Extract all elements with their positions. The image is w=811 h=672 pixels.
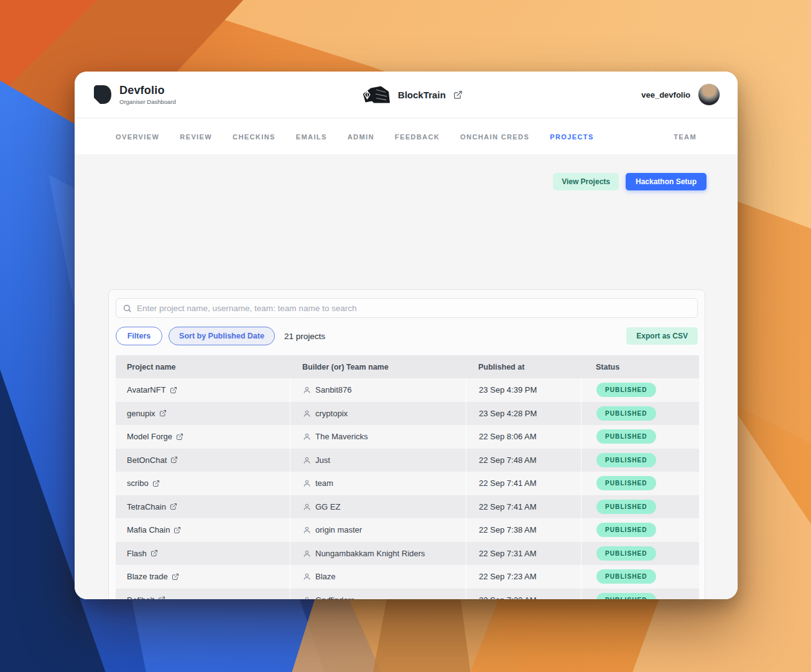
external-link-icon[interactable]	[158, 596, 165, 599]
table-row[interactable]: Mafia Chain origin master 22 Sep 7:38 AM…	[116, 518, 699, 542]
external-link-icon[interactable]	[176, 433, 183, 441]
username: vee_devfolio	[641, 90, 690, 100]
hackathon-setup-button[interactable]: Hackathon Setup	[626, 173, 707, 190]
builder-name: The Mavericks	[315, 432, 368, 441]
col-header-published: Published at	[466, 355, 581, 378]
status-badge: PUBLISHED	[596, 383, 656, 397]
published-at: 22 Sep 7:31 AM	[479, 549, 537, 558]
status-badge: PUBLISHED	[596, 523, 656, 537]
builder-name: origin master	[315, 525, 362, 534]
status-badge: PUBLISHED	[596, 569, 656, 584]
person-icon	[303, 456, 311, 464]
table-row[interactable]: TetraChain GG EZ 22 Sep 7:41 AM PUBLISHE…	[116, 495, 699, 519]
hackathon-external-link-icon[interactable]	[453, 90, 463, 100]
table-row[interactable]: genupix cryptopix 23 Sep 4:28 PM PUBLISH…	[116, 402, 699, 426]
projects-count: 21 projects	[284, 332, 325, 341]
published-at: 23 Sep 4:39 PM	[479, 385, 537, 394]
published-at: 23 Sep 4:28 PM	[479, 409, 537, 418]
project-name-link[interactable]: Flash	[127, 549, 147, 558]
external-link-icon[interactable]	[172, 573, 179, 581]
projects-panel: Filters Sort by Published Date 21 projec…	[108, 289, 705, 599]
builder-name: team	[315, 478, 333, 488]
person-icon	[303, 409, 311, 418]
export-csv-button[interactable]: Export as CSV	[626, 327, 698, 345]
devfolio-brand[interactable]: Devfolio Organiser Dashboard	[92, 84, 176, 105]
external-link-icon[interactable]	[159, 409, 167, 417]
devfolio-logo-icon	[92, 84, 113, 105]
table-row[interactable]: Blaze trade Blaze 22 Sep 7:23 AM PUBLISH…	[116, 565, 699, 589]
search-icon	[123, 304, 132, 313]
hackathon-header: BlockTrain	[362, 85, 463, 105]
person-icon	[303, 386, 311, 394]
table-row[interactable]: scribo team 22 Sep 7:41 AM PUBLISHED	[116, 472, 699, 495]
external-link-icon[interactable]	[152, 480, 160, 487]
published-at: 22 Sep 7:23 AM	[479, 572, 537, 581]
published-at: 22 Sep 8:06 AM	[479, 432, 537, 441]
person-icon	[303, 549, 311, 558]
user-menu[interactable]: vee_devfolio	[641, 83, 720, 106]
view-projects-button[interactable]: View Projects	[553, 173, 619, 190]
project-name-link[interactable]: Blaze trade	[127, 572, 168, 581]
person-icon	[303, 526, 311, 534]
published-at: 22 Sep 7:23 AM	[479, 595, 537, 599]
project-name-link[interactable]: genupix	[127, 409, 155, 418]
builder-name: Sanbit876	[315, 385, 352, 394]
brand-title: Devfolio	[119, 84, 176, 97]
hackathon-name: BlockTrain	[398, 90, 446, 100]
status-badge: PUBLISHED	[596, 406, 656, 421]
filters-button[interactable]: Filters	[116, 327, 162, 345]
content-area: View Projects Hackathon Setup Filters So…	[75, 154, 738, 599]
table-row[interactable]: BetOnChat Just 22 Sep 7:48 AM PUBLISHED	[116, 449, 699, 472]
external-link-icon[interactable]	[151, 549, 158, 557]
builder-name: Just	[315, 455, 330, 465]
col-header-status: Status	[581, 355, 699, 378]
published-at: 22 Sep 7:38 AM	[479, 525, 537, 534]
table-body: AvatarNFT Sanbit876 23 Sep 4:39 PM PUBLI…	[116, 378, 699, 599]
project-name-link[interactable]: Mafia Chain	[127, 525, 170, 534]
external-link-icon[interactable]	[170, 456, 178, 464]
table-row[interactable]: Defibolt Gryffindors 22 Sep 7:23 AM PUBL…	[116, 589, 699, 600]
project-name-link[interactable]: scribo	[127, 478, 149, 488]
status-badge: PUBLISHED	[596, 546, 656, 561]
tab-admin[interactable]: ADMIN	[348, 133, 374, 141]
tab-feedback[interactable]: FEEDBACK	[395, 133, 440, 141]
tab-team[interactable]: TEAM	[674, 133, 697, 141]
project-name-link[interactable]: Defibolt	[127, 595, 154, 599]
tab-review[interactable]: REVIEW	[180, 133, 212, 141]
tab-emails[interactable]: EMAILS	[296, 133, 327, 141]
external-link-icon[interactable]	[170, 386, 177, 394]
project-name-link[interactable]: AvatarNFT	[127, 385, 166, 394]
app-header: Devfolio Organiser Dashboard BlockTrain …	[75, 72, 738, 118]
col-header-builder: Builder (or) Team name	[290, 355, 466, 378]
status-badge: PUBLISHED	[596, 593, 656, 599]
person-icon	[303, 503, 311, 511]
nav-bar: OVERVIEW REVIEW CHECKINS EMAILS ADMIN FE…	[75, 119, 738, 154]
builder-name: Nungambakkam Knight Riders	[315, 549, 425, 558]
published-at: 22 Sep 7:48 AM	[479, 455, 537, 465]
table-row[interactable]: Model Forge The Mavericks 22 Sep 8:06 AM…	[116, 425, 699, 449]
project-name-link[interactable]: Model Forge	[127, 432, 172, 441]
status-badge: PUBLISHED	[596, 453, 656, 467]
search-bar[interactable]	[116, 298, 698, 318]
published-at: 22 Sep 7:41 AM	[479, 478, 537, 488]
tab-checkins[interactable]: CHECKINS	[233, 133, 276, 141]
projects-table: Project name Builder (or) Team name Publ…	[116, 355, 699, 599]
builder-name: Gryffindors	[315, 595, 355, 599]
tab-projects[interactable]: PROJECTS	[550, 133, 594, 141]
external-link-icon[interactable]	[170, 503, 177, 510]
avatar[interactable]	[698, 83, 720, 106]
hackathon-logo-icon	[362, 85, 391, 105]
search-input[interactable]	[137, 304, 691, 313]
filters-row: Filters Sort by Published Date 21 projec…	[116, 327, 698, 345]
builder-name: cryptopix	[315, 409, 348, 418]
person-icon	[303, 479, 311, 487]
tab-overview[interactable]: OVERVIEW	[116, 133, 159, 141]
project-name-link[interactable]: BetOnChat	[127, 455, 167, 465]
project-name-link[interactable]: TetraChain	[127, 502, 166, 511]
external-link-icon[interactable]	[174, 526, 181, 534]
table-row[interactable]: Flash Nungambakkam Knight Riders 22 Sep …	[116, 542, 699, 566]
table-row[interactable]: AvatarNFT Sanbit876 23 Sep 4:39 PM PUBLI…	[116, 378, 699, 402]
tab-onchain-creds[interactable]: ONCHAIN CREDS	[460, 133, 529, 141]
person-icon	[303, 432, 311, 441]
sort-button[interactable]: Sort by Published Date	[169, 327, 275, 345]
